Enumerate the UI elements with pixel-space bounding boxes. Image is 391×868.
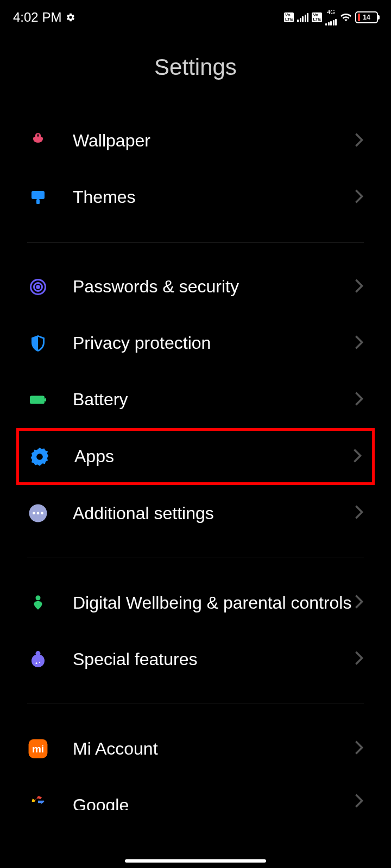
- item-label: Apps: [74, 445, 352, 468]
- item-label: Privacy protection: [73, 331, 354, 355]
- settings-item-apps[interactable]: Apps: [16, 428, 375, 485]
- chevron-right-icon: [354, 335, 364, 352]
- flask-icon: [27, 648, 49, 670]
- battery-icon: [27, 389, 49, 411]
- item-label: Passwords & security: [73, 275, 354, 298]
- volte-icon: VoLTE: [284, 12, 294, 22]
- item-label: Themes: [73, 186, 354, 209]
- chevron-right-icon: [354, 132, 364, 150]
- settings-item-passwords-security[interactable]: Passwords & security: [0, 259, 391, 315]
- fingerprint-icon: [27, 276, 49, 298]
- svg-point-10: [37, 512, 40, 515]
- wifi-icon: [340, 11, 352, 23]
- svg-rect-6: [45, 398, 46, 401]
- svg-point-12: [36, 596, 41, 601]
- google-logo-icon: [27, 791, 49, 813]
- chevron-right-icon: [354, 505, 364, 522]
- volte-icon: VoLTE: [312, 12, 322, 22]
- mi-logo-icon: mi: [27, 738, 49, 760]
- svg-point-7: [36, 454, 43, 460]
- item-label: Google: [73, 794, 354, 810]
- divider: [27, 558, 364, 558]
- dots-circle-icon: [27, 502, 49, 524]
- brush-icon: [27, 187, 49, 208]
- status-left: 4:02 PM: [13, 10, 75, 25]
- shield-icon: [27, 333, 49, 354]
- settings-item-special-features[interactable]: Special features: [0, 631, 391, 687]
- divider: [27, 242, 364, 242]
- chevron-right-icon: [354, 189, 364, 206]
- item-label: Battery: [73, 388, 354, 411]
- settings-item-additional-settings[interactable]: Additional settings: [0, 485, 391, 541]
- page-title: Settings: [0, 54, 391, 80]
- status-bar: 4:02 PM VoLTE VoLTE 4G: [0, 0, 391, 33]
- svg-point-9: [33, 512, 35, 515]
- status-time: 4:02 PM: [13, 10, 61, 25]
- svg-rect-1: [36, 199, 40, 204]
- signal-icon: [297, 12, 308, 22]
- svg-point-4: [37, 286, 40, 289]
- settings-item-digital-wellbeing[interactable]: Digital Wellbeing & parental controls: [0, 575, 391, 631]
- gear-icon: [66, 12, 75, 22]
- item-label: Mi Account: [73, 737, 354, 761]
- chevron-right-icon: [352, 448, 362, 465]
- svg-point-16: [39, 662, 40, 663]
- svg-rect-0: [31, 191, 45, 199]
- battery-icon: 14: [355, 11, 378, 23]
- chevron-right-icon: [354, 793, 364, 810]
- settings-item-google[interactable]: Google: [0, 777, 391, 813]
- status-right: VoLTE VoLTE 4G 14: [284, 9, 378, 25]
- signal-4g: 4G: [325, 9, 337, 25]
- svg-point-11: [41, 512, 43, 515]
- wellbeing-icon: [27, 592, 49, 614]
- page-header: Settings: [0, 33, 391, 113]
- settings-item-mi-account[interactable]: mi Mi Account: [0, 720, 391, 777]
- chevron-right-icon: [354, 594, 364, 611]
- svg-point-15: [36, 662, 37, 664]
- divider: [27, 704, 364, 704]
- settings-item-battery[interactable]: Battery: [0, 372, 391, 428]
- home-indicator[interactable]: [125, 859, 266, 863]
- cog-icon: [29, 446, 51, 468]
- item-label: Wallpaper: [73, 129, 354, 152]
- settings-list: Wallpaper Themes Passwords & security Pr…: [0, 113, 391, 813]
- chevron-right-icon: [354, 740, 364, 757]
- svg-rect-5: [30, 396, 45, 404]
- settings-item-wallpaper[interactable]: Wallpaper: [0, 113, 391, 169]
- settings-item-themes[interactable]: Themes: [0, 169, 391, 226]
- tulip-icon: [27, 130, 49, 152]
- svg-text:mi: mi: [32, 743, 44, 755]
- chevron-right-icon: [354, 278, 364, 296]
- item-label: Digital Wellbeing & parental controls: [73, 591, 354, 615]
- chevron-right-icon: [354, 650, 364, 668]
- item-label: Special features: [73, 648, 354, 671]
- item-label: Additional settings: [73, 502, 354, 525]
- settings-item-privacy-protection[interactable]: Privacy protection: [0, 315, 391, 372]
- chevron-right-icon: [354, 391, 364, 409]
- svg-point-14: [31, 654, 45, 667]
